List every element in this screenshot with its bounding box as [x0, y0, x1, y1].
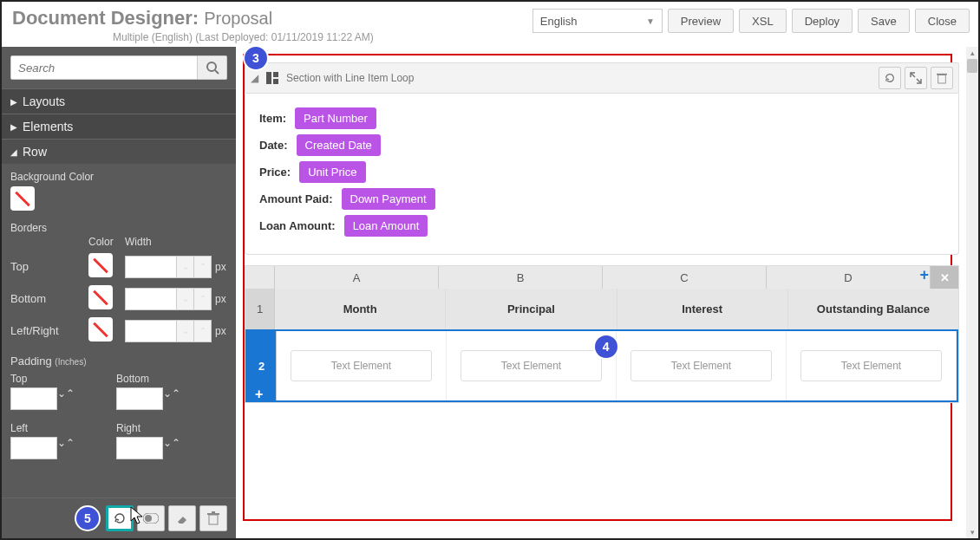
- header-bar: Document Designer: Proposal Multiple (En…: [2, 2, 978, 47]
- svg-rect-7: [266, 72, 271, 84]
- save-button[interactable]: Save: [858, 9, 910, 33]
- svg-rect-6: [212, 511, 215, 513]
- text-element-cell[interactable]: Text Element: [291, 350, 432, 381]
- padding-left-input[interactable]: ⌄⌃: [10, 437, 104, 459]
- delete-button[interactable]: [199, 505, 227, 531]
- padding-right-input[interactable]: ⌄⌃: [116, 437, 210, 459]
- chip-down-payment[interactable]: Down Payment: [342, 188, 435, 210]
- padding-right-label: Right: [116, 422, 210, 434]
- svg-rect-4: [209, 515, 218, 524]
- header-cell-principal[interactable]: Principal: [446, 289, 617, 329]
- prop-amount-paid-label: Amount Paid:: [259, 192, 333, 205]
- page-title: Document Designer:: [12, 7, 199, 29]
- border-lr-color[interactable]: [88, 317, 113, 342]
- border-bottom-width[interactable]: ⌄⌃: [125, 288, 212, 310]
- search-icon: [206, 61, 219, 75]
- bg-color-label: Background Color: [10, 171, 227, 183]
- chevron-right-icon: ▶: [10, 97, 17, 107]
- prop-price-label: Price:: [259, 166, 291, 179]
- chevron-right-icon: ▶: [10, 122, 17, 132]
- search-button[interactable]: [198, 55, 227, 80]
- section-title: Section with Line Item Loop: [286, 72, 414, 84]
- chip-part-number[interactable]: Part Number: [295, 107, 376, 129]
- row-properties-panel: Background Color Borders Color Width Top…: [2, 164, 236, 498]
- border-lr-label: Left/Right: [10, 324, 88, 337]
- trash-icon: [207, 511, 219, 525]
- section-loop-button[interactable]: [879, 67, 901, 89]
- sidebar-section-row[interactable]: ◢Row: [2, 139, 236, 164]
- xsl-button[interactable]: XSL: [739, 9, 787, 33]
- border-color-header: Color: [88, 236, 125, 248]
- prop-date-label: Date:: [259, 139, 288, 152]
- add-row-button[interactable]: +: [255, 387, 263, 402]
- sidebar: ▶Layouts ▶Elements ◢Row Background Color…: [2, 47, 236, 538]
- svg-point-3: [145, 515, 152, 522]
- deploy-button[interactable]: Deploy: [792, 9, 853, 33]
- callout-3: 3: [245, 47, 267, 69]
- border-width-header: Width: [125, 236, 220, 248]
- padding-label: Padding: [10, 355, 52, 368]
- header-cell-month[interactable]: Month: [275, 289, 446, 329]
- padding-bottom-label: Bottom: [116, 373, 210, 385]
- section-header[interactable]: ◢ Section with Line Item Loop: [245, 62, 959, 94]
- toggle-button[interactable]: [137, 505, 165, 531]
- sidebar-section-elements[interactable]: ▶Elements: [2, 114, 236, 139]
- svg-rect-11: [937, 74, 947, 75]
- loop-button[interactable]: [106, 505, 134, 531]
- loop-icon: [884, 72, 896, 84]
- border-top-label: Top: [10, 260, 88, 273]
- text-element-cell[interactable]: Text Element: [461, 350, 602, 381]
- trash-icon: [937, 72, 947, 84]
- loop-icon: [113, 511, 127, 525]
- svg-rect-8: [273, 72, 278, 77]
- table-grid: A B C D + ✕ 1 Month Principal Interest O…: [245, 265, 959, 403]
- add-column-button[interactable]: +: [919, 266, 929, 284]
- col-header-a[interactable]: A: [275, 266, 439, 289]
- padding-top-label: Top: [10, 373, 104, 385]
- header-cell-interest[interactable]: Interest: [617, 289, 788, 329]
- close-button[interactable]: Close: [915, 9, 970, 33]
- svg-rect-9: [273, 79, 278, 84]
- canvas: 3 ▴ ▾ ◢ Section with Line Item Loop: [236, 47, 978, 538]
- close-table-button[interactable]: ✕: [931, 266, 958, 289]
- language-select[interactable]: English ▼: [532, 9, 663, 33]
- border-bottom-color[interactable]: [88, 285, 113, 309]
- section-expand-button[interactable]: [905, 67, 927, 89]
- border-top-width[interactable]: ⌄⌃: [125, 256, 212, 278]
- border-bottom-label: Bottom: [10, 292, 88, 305]
- row-number-1[interactable]: 1: [245, 289, 275, 329]
- chevron-down-icon: ◢: [10, 147, 17, 157]
- preview-button[interactable]: Preview: [668, 9, 734, 33]
- callout-5: 5: [76, 507, 99, 530]
- eraser-button[interactable]: [168, 505, 196, 531]
- text-element-cell[interactable]: Text Element: [630, 350, 772, 381]
- search-input[interactable]: [10, 55, 198, 80]
- padding-top-input[interactable]: ⌄⌃: [10, 387, 104, 410]
- section-icon: [265, 71, 279, 85]
- chip-unit-price[interactable]: Unit Price: [299, 161, 365, 183]
- eraser-icon: [175, 511, 189, 525]
- borders-label: Borders: [10, 222, 88, 234]
- col-header-d[interactable]: D: [767, 266, 931, 289]
- prop-item-label: Item:: [259, 112, 286, 125]
- section-body: Item:Part Number Date:Created Date Price…: [245, 94, 959, 255]
- chip-created-date[interactable]: Created Date: [297, 134, 381, 156]
- svg-line-1: [215, 70, 219, 74]
- padding-left-label: Left: [10, 422, 104, 434]
- bg-color-swatch[interactable]: [10, 186, 35, 211]
- padding-bottom-input[interactable]: ⌄⌃: [116, 387, 210, 410]
- header-cell-balance[interactable]: Outstanding Balance: [788, 289, 958, 329]
- border-top-color[interactable]: [88, 253, 113, 277]
- chevron-down-icon: ▼: [646, 16, 655, 26]
- col-header-b[interactable]: B: [439, 266, 603, 289]
- col-header-c[interactable]: C: [603, 266, 767, 289]
- chip-loan-amount[interactable]: Loan Amount: [344, 215, 428, 237]
- border-lr-width[interactable]: ⌄⌃: [125, 320, 212, 342]
- svg-point-0: [207, 62, 216, 71]
- sidebar-section-layouts[interactable]: ▶Layouts: [2, 88, 236, 114]
- section-delete-button[interactable]: [931, 67, 953, 89]
- collapse-icon[interactable]: ◢: [251, 72, 258, 84]
- language-value: English: [540, 15, 578, 28]
- text-element-cell[interactable]: Text Element: [800, 350, 942, 381]
- expand-icon: [910, 72, 922, 84]
